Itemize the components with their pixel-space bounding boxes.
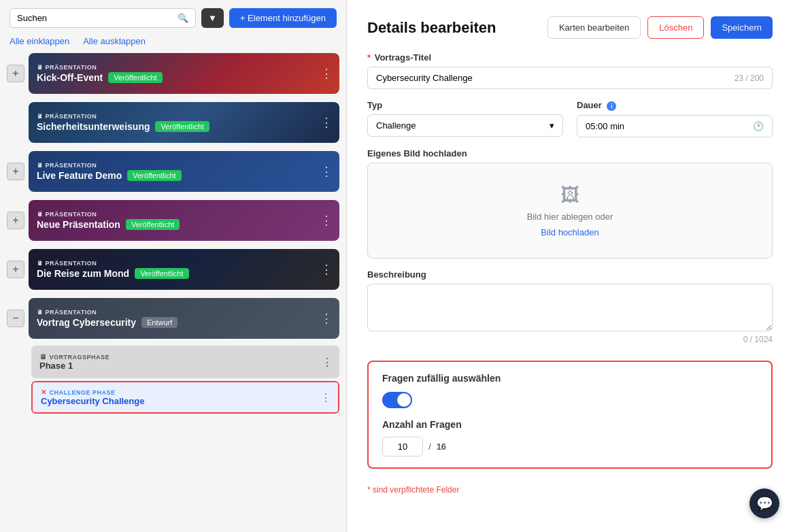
- chevron-down-icon: ▾: [550, 120, 554, 131]
- image-upload-area[interactable]: 🖼 Bild hier ablegen oder Bild hochladen: [367, 163, 773, 259]
- vortrags-titel-input-wrapper[interactable]: 23 / 200: [367, 67, 773, 89]
- vortrags-titel-group: * Vortrags-Titel 23 / 200: [367, 52, 773, 89]
- phase-title: Phase 1: [39, 361, 331, 371]
- plus-button-neue[interactable]: +: [7, 212, 24, 229]
- card-badge: Veröffentlicht: [155, 121, 209, 132]
- fragen-zufaellig-label: Fragen zufällig auswählen: [382, 373, 758, 384]
- anzahl-separator: /: [428, 442, 431, 452]
- search-input[interactable]: [17, 13, 173, 23]
- phase-menu-button[interactable]: ⋮: [322, 356, 333, 369]
- delete-button[interactable]: Löschen: [647, 16, 704, 39]
- required-note: * sind verpflichtete Felder: [367, 485, 773, 495]
- list-item[interactable]: 🖥 PRÄSENTATION Live Feature Demo Veröffe…: [29, 151, 339, 192]
- anzahl-row: / 16: [382, 437, 758, 456]
- detail-header: Details bearbeiten Karten bearbeiten Lös…: [367, 16, 773, 39]
- vortrags-titel-input[interactable]: [376, 73, 735, 83]
- dauer-value: 05:00 min: [586, 121, 624, 131]
- image-upload-group: Eigenes Bild hochladen 🖼 Bild hier ableg…: [367, 148, 773, 259]
- dauer-input-wrapper[interactable]: 05:00 min 🕐: [577, 115, 773, 137]
- anzahl-label: Anzahl an Fragen: [382, 419, 758, 430]
- panel-title: Details bearbeiten: [367, 19, 496, 37]
- row-group-cybersecurity: − 🖥 PRÄSENTATION Vortrag Cybersecurity E…: [7, 298, 339, 414]
- phase-menu-button[interactable]: ⋮: [320, 391, 331, 404]
- card-menu-button[interactable]: ⋮: [320, 164, 333, 179]
- challenge-box: Fragen zufällig auswählen Anzahl an Frag…: [367, 361, 773, 469]
- image-label: Eigenes Bild hochladen: [367, 148, 773, 159]
- card-type-label: 🖥 PRÄSENTATION: [37, 211, 180, 218]
- list-item[interactable]: ✕ CHALLENGE PHASE Cybersecurity Challeng…: [31, 381, 339, 414]
- list-item[interactable]: 🖥 PRÄSENTATION Sicherheitsunterweisung V…: [29, 102, 339, 143]
- card-menu-button[interactable]: ⋮: [320, 262, 333, 277]
- list-item[interactable]: 🖥 VORTRAGSPHASE Phase 1 ⋮: [31, 346, 339, 378]
- plus-button-livefeature[interactable]: +: [7, 163, 24, 180]
- row-group-livefeature: + 🖥 PRÄSENTATION Live Feature Demo Veröf…: [7, 151, 339, 196]
- char-count: 23 / 200: [735, 73, 764, 83]
- list-item[interactable]: 🖥 PRÄSENTATION Vortrag Cybersecurity Ent…: [29, 298, 339, 339]
- list-item[interactable]: 🖥 PRÄSENTATION Neue Präsentation Veröffe…: [29, 200, 339, 241]
- vortrags-titel-label: * Vortrags-Titel: [367, 52, 773, 63]
- dauer-group: Dauer i 05:00 min 🕐: [577, 100, 773, 137]
- toggle-switch[interactable]: [382, 392, 412, 408]
- right-panel: Details bearbeiten Karten bearbeiten Lös…: [347, 0, 793, 532]
- collapse-bar: Alle einklappen Alle ausklappen: [0, 36, 346, 53]
- card-title: Vortrag Cybersecurity: [37, 317, 136, 328]
- plus-button-reise[interactable]: +: [7, 261, 24, 278]
- anzahl-input[interactable]: [382, 437, 423, 456]
- expand-all-button[interactable]: Alle ausklappen: [83, 36, 146, 46]
- beschreibung-label: Beschreibung: [367, 269, 773, 280]
- beschreibung-textarea[interactable]: [367, 284, 773, 331]
- search-input-wrapper[interactable]: 🔍: [10, 8, 196, 28]
- card-menu-button[interactable]: ⋮: [320, 311, 333, 326]
- card-title: Neue Präsentation: [37, 219, 120, 230]
- card-badge: Veröffentlicht: [127, 170, 181, 181]
- image-upload-text: Bild hier ablegen oder: [527, 212, 613, 222]
- list-item[interactable]: 🖥 PRÄSENTATION Die Reise zum Mond Veröff…: [29, 249, 339, 290]
- plus-button-kickoff[interactable]: +: [7, 65, 24, 82]
- image-upload-link[interactable]: Bild hochladen: [541, 227, 598, 237]
- card-menu-button[interactable]: ⋮: [320, 115, 333, 130]
- card-badge: Veröffentlicht: [135, 268, 188, 279]
- left-panel: 🔍 ▼ + Element hinzufügen Alle einklappen…: [0, 0, 347, 532]
- anzahl-total: 16: [437, 442, 446, 452]
- filter-button[interactable]: ▼: [201, 8, 224, 28]
- row-group-neue: + 🖥 PRÄSENTATION Neue Präsentation Veröf…: [7, 200, 339, 245]
- typ-value: Challenge: [376, 120, 416, 131]
- card-title: Kick-Off-Event: [37, 72, 103, 83]
- dauer-label: Dauer i: [577, 100, 773, 111]
- info-icon: i: [607, 101, 616, 111]
- image-icon: 🖼: [560, 184, 579, 206]
- save-button[interactable]: Speichern: [711, 16, 773, 39]
- header-buttons: Karten bearbeiten Löschen Speichern: [547, 16, 773, 39]
- card-badge: Veröffentlicht: [126, 219, 180, 230]
- card-badge: Veröffentlicht: [108, 72, 162, 83]
- card-type-label: 🖥 PRÄSENTATION: [37, 260, 189, 267]
- row-group-kickoff: + 🖥 PRÄSENTATION Kick-Off-Event Veröffen…: [7, 53, 339, 98]
- card-row-neue: + 🖥 PRÄSENTATION Neue Präsentation Veröf…: [7, 200, 339, 241]
- typ-dauer-row: Typ Challenge ▾ Dauer i 05:00 min 🕐: [367, 100, 773, 137]
- card-menu-button[interactable]: ⋮: [320, 66, 333, 81]
- chat-button[interactable]: 💬: [749, 488, 779, 518]
- presentation-list: + 🖥 PRÄSENTATION Kick-Off-Event Veröffen…: [0, 53, 346, 532]
- card-row-reise: + 🖥 PRÄSENTATION Die Reise zum Mond Verö…: [7, 249, 339, 290]
- edit-card-button[interactable]: Karten bearbeiten: [547, 16, 641, 39]
- phase-type-label: ✕ CHALLENGE PHASE: [41, 388, 330, 396]
- toggle-container: [382, 392, 758, 408]
- phase-type-label: 🖥 VORTRAGSPHASE: [39, 353, 331, 361]
- card-title: Live Feature Demo: [37, 170, 122, 181]
- card-menu-button[interactable]: ⋮: [320, 213, 333, 228]
- card-row-cybersecurity: − 🖥 PRÄSENTATION Vortrag Cybersecurity E…: [7, 298, 339, 339]
- typ-label: Typ: [367, 100, 563, 110]
- sub-items: 🖥 VORTRAGSPHASE Phase 1 ⋮ ✕ CHALLENGE PH…: [31, 346, 339, 414]
- card-row-livefeature: + 🖥 PRÄSENTATION Live Feature Demo Veröf…: [7, 151, 339, 192]
- typ-select-wrapper[interactable]: Challenge ▾: [367, 114, 563, 137]
- card-title: Die Reise zum Mond: [37, 268, 129, 279]
- add-element-button[interactable]: + Element hinzufügen: [229, 8, 337, 28]
- card-type-label: 🖥 PRÄSENTATION: [37, 113, 209, 120]
- row-group-reise: + 🖥 PRÄSENTATION Die Reise zum Mond Verö…: [7, 249, 339, 294]
- list-item[interactable]: 🖥 PRÄSENTATION Kick-Off-Event Veröffentl…: [29, 53, 339, 94]
- minus-button-cybersecurity[interactable]: −: [7, 310, 24, 327]
- card-row-kickoff: + 🖥 PRÄSENTATION Kick-Off-Event Veröffen…: [7, 53, 339, 94]
- card-type-label: 🖥 PRÄSENTATION: [37, 64, 163, 71]
- collapse-all-button[interactable]: Alle einklappen: [10, 36, 69, 46]
- clock-icon: 🕐: [753, 121, 764, 131]
